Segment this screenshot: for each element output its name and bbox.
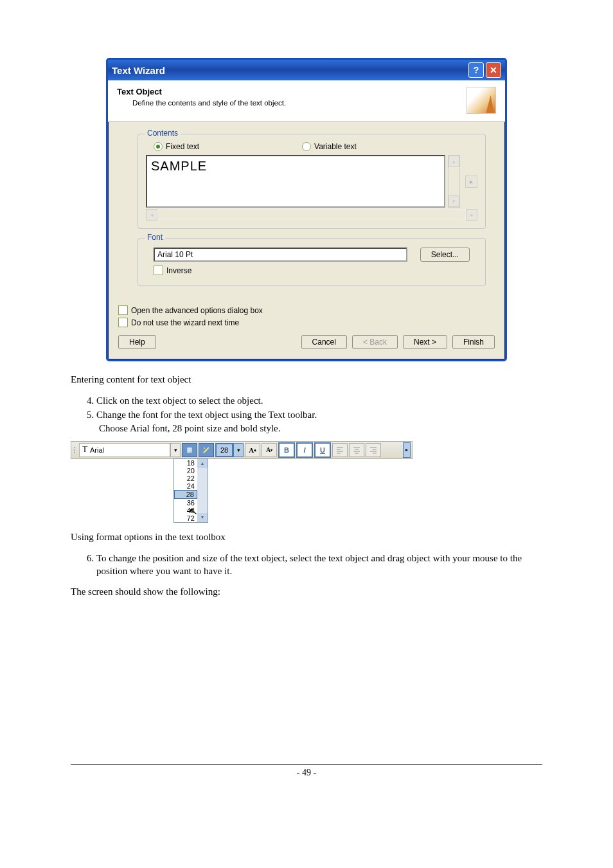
step-5: Change the font for the text object usin… (96, 408, 542, 435)
open-advanced-label: Open the advanced options dialog box (131, 306, 263, 315)
fixed-text-label: Fixed text (166, 142, 199, 151)
contents-group: Contents Fixed text Variable text (138, 134, 486, 229)
radio-unselected-icon (302, 142, 311, 151)
font-group: Font Arial 10 Pt Select... Inverse (138, 238, 486, 286)
font-name-value: Arial (90, 446, 104, 454)
variable-text-radio[interactable]: Variable text (302, 142, 357, 151)
toolbar-grip-icon[interactable] (73, 442, 76, 458)
bold-button[interactable]: B (278, 442, 295, 458)
font-size-combo[interactable]: 28 (215, 443, 233, 457)
scroll-right-icon[interactable]: ▸ (466, 209, 477, 221)
titlebar: Text Wizard ? ✕ (108, 60, 505, 80)
expand-button[interactable]: ▸ (465, 176, 477, 188)
steps-list-1: Click on the text object to select the o… (96, 394, 542, 435)
scroll-down-icon[interactable]: ▾ (197, 513, 208, 522)
contents-textarea[interactable]: SAMPLE (146, 155, 445, 208)
step-4: Click on the text object to select the o… (96, 394, 542, 407)
no-wizard-label: Do not use the wizard next time (131, 318, 239, 327)
font-wizard-button[interactable] (199, 443, 214, 457)
textarea-value: SAMPLE (151, 159, 207, 173)
italic-button[interactable]: I (296, 442, 313, 458)
svg-point-1 (204, 448, 205, 449)
cancel-button[interactable]: Cancel (301, 335, 347, 349)
font-name-dropdown-icon[interactable]: ▾ (170, 443, 181, 457)
inverse-label: Inverse (166, 266, 191, 275)
align-left-button[interactable] (332, 443, 348, 457)
after-text: The screen should show the following: (71, 586, 542, 597)
dialog-header: Text Object Define the contents and styl… (108, 80, 505, 122)
figure-caption-2: Using format options in the text toolbox (71, 532, 542, 543)
scroll-down-icon[interactable]: ▾ (449, 195, 459, 207)
checkbox-icon (118, 318, 128, 327)
text-wizard-dialog: Text Wizard ? ✕ Text Object Define the c… (106, 58, 507, 361)
horizontal-scrollbar[interactable]: ◂ ▸ (146, 209, 477, 219)
radio-selected-icon (154, 142, 163, 151)
font-legend: Font (145, 233, 165, 242)
close-icon[interactable]: ✕ (486, 62, 501, 78)
wizard-icon (466, 87, 496, 114)
size-option[interactable]: 20 (174, 467, 197, 475)
size-option[interactable]: 36 (174, 499, 197, 507)
underline-button[interactable]: U (314, 442, 331, 458)
font-size-dropdown[interactable]: 18 20 22 24 28 36 48 72 ▴ ▾ ↖ (173, 458, 208, 523)
scroll-up-icon[interactable]: ▴ (197, 459, 208, 468)
next-button[interactable]: Next > (403, 335, 447, 349)
size-option[interactable]: 48 (174, 507, 197, 514)
size-option[interactable]: 72 (174, 514, 197, 522)
dialog-subheading: Define the contents and style of the tex… (117, 99, 466, 107)
decrease-size-button[interactable]: A▾ (262, 443, 277, 457)
vertical-scrollbar[interactable]: ▴ ▾ (448, 155, 460, 208)
step-6: To change the position and size of the t… (96, 552, 542, 578)
align-right-button[interactable] (366, 443, 381, 457)
contents-legend: Contents (145, 129, 181, 138)
font-size-dropdown-icon[interactable]: ▾ (233, 443, 244, 457)
font-settings-button[interactable] (182, 443, 197, 457)
size-option[interactable]: 24 (174, 482, 197, 490)
size-option[interactable]: 22 (174, 475, 197, 482)
size-option[interactable]: 18 (174, 459, 197, 467)
text-toolbar: 𝕋 Arial ▾ 28 ▾ A▴ A▾ B I U (71, 441, 413, 523)
steps-list-2: To change the position and size of the t… (96, 552, 542, 578)
open-advanced-checkbox[interactable]: Open the advanced options dialog box (118, 304, 495, 316)
no-wizard-checkbox[interactable]: Do not use the wizard next time (118, 316, 495, 329)
figure-caption-1: Entering content for text object (71, 374, 542, 385)
inverse-checkbox[interactable]: Inverse (146, 264, 477, 276)
select-font-button[interactable]: Select... (420, 248, 470, 262)
fixed-text-radio[interactable]: Fixed text (154, 142, 199, 151)
scroll-up-icon[interactable]: ▴ (449, 156, 459, 167)
titlebar-text: Text Wizard (112, 65, 165, 76)
checkbox-icon (118, 305, 128, 315)
scroll-left-icon[interactable]: ◂ (146, 209, 157, 221)
finish-button[interactable]: Finish (452, 335, 495, 349)
variable-text-label: Variable text (314, 142, 357, 151)
align-center-button[interactable] (349, 443, 364, 457)
font-name-combo[interactable]: 𝕋 Arial (79, 443, 170, 457)
toolbar-overflow-icon[interactable]: ▸ (403, 442, 411, 458)
increase-size-button[interactable]: A▴ (245, 443, 260, 457)
back-button[interactable]: < Back (352, 335, 398, 349)
checkbox-icon (154, 266, 163, 275)
help-icon[interactable]: ? (468, 62, 484, 78)
page-number: - 49 - (297, 768, 316, 777)
page-footer: - 49 - (71, 764, 542, 778)
dropdown-scrollbar[interactable]: ▴ ▾ (197, 459, 208, 522)
help-button[interactable]: Help (118, 335, 156, 349)
font-display: Arial 10 Pt (154, 248, 407, 262)
size-option-selected[interactable]: 28 (174, 490, 197, 499)
dialog-heading: Text Object (117, 87, 466, 96)
truetype-icon: 𝕋 (82, 445, 88, 455)
